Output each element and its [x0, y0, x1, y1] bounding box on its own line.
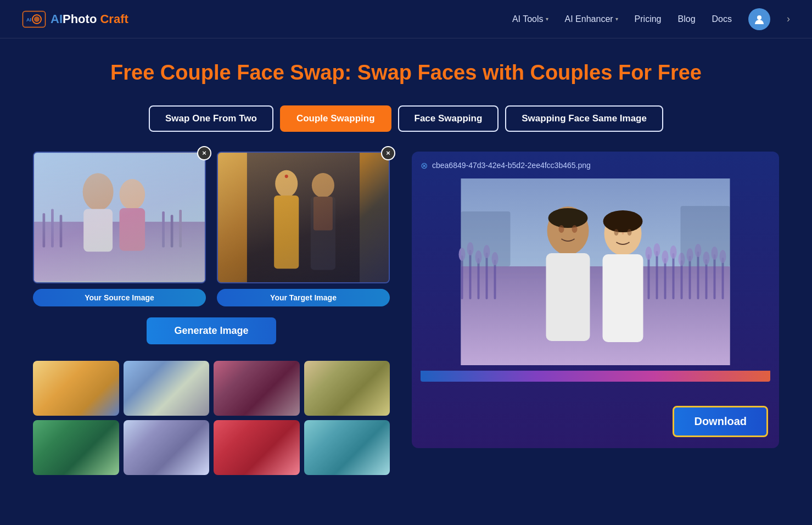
tabs-row: Swap One From Two Couple Swapping Face S… [33, 105, 779, 132]
svg-point-63 [603, 210, 643, 232]
target-image-box[interactable] [217, 152, 390, 283]
source-image-box[interactable] [33, 152, 206, 283]
svg-rect-23 [311, 197, 335, 270]
svg-rect-10 [60, 215, 63, 247]
main-nav: AI Tools ▾ AI Enhancer ▾ Pricing Blog Do… [512, 8, 790, 30]
svg-rect-32 [648, 254, 650, 299]
tab-couple-swapping[interactable]: Couple Swapping [280, 105, 391, 132]
svg-rect-12 [171, 215, 173, 247]
thumbnail-3[interactable] [214, 361, 300, 416]
thumbnail-4[interactable] [304, 361, 390, 416]
nav-ai-enhancer[interactable]: AI Enhancer ▾ [565, 14, 618, 24]
gradient-bar [421, 371, 770, 382]
svg-point-65 [628, 229, 632, 236]
svg-rect-69 [681, 206, 730, 266]
header: AI AIPhoto Craft AI Tools ▾ AI Enhancer … [0, 0, 812, 38]
svg-rect-33 [656, 251, 658, 299]
logo-text: AIPhoto Craft [51, 12, 128, 26]
source-image [34, 153, 205, 282]
thumbnail-1[interactable] [33, 361, 119, 416]
source-image-label: Your Source Image [33, 289, 206, 306]
ai-enhancer-chevron-icon: ▾ [615, 16, 618, 22]
generate-image-button[interactable]: Generate Image [147, 317, 276, 344]
thumbnails-grid [33, 361, 390, 475]
tab-face-swapping[interactable]: Face Swapping [398, 105, 499, 132]
svg-point-14 [83, 173, 114, 210]
nav-blog[interactable]: Blog [678, 14, 696, 24]
result-file-icon: ⊗ [421, 160, 428, 171]
svg-point-21 [285, 175, 288, 178]
svg-point-66 [622, 232, 624, 234]
svg-rect-61 [546, 253, 590, 341]
svg-rect-8 [43, 213, 46, 247]
ai-tools-chevron-icon: ▾ [546, 16, 548, 22]
target-image [218, 153, 389, 282]
svg-rect-15 [83, 209, 113, 252]
user-menu-chevron-icon[interactable]: › [787, 13, 790, 25]
thumbnail-6[interactable] [124, 420, 210, 475]
user-avatar[interactable] [748, 8, 770, 30]
logo-icon: AI [22, 7, 46, 31]
svg-rect-17 [120, 208, 145, 250]
svg-point-4 [34, 16, 40, 22]
left-panel: × [33, 152, 390, 475]
svg-point-60 [572, 225, 578, 233]
svg-rect-7 [34, 221, 205, 281]
thumbnail-7[interactable] [214, 420, 300, 475]
svg-point-59 [559, 225, 564, 233]
source-image-slot: × [33, 152, 206, 306]
thumbnail-2[interactable] [124, 361, 210, 416]
result-filename-text: cbea6849-47d3-42e4-b5d2-2ee4fcc3b465.png [432, 161, 591, 170]
svg-point-49 [662, 250, 669, 264]
target-image-close-button[interactable]: × [381, 146, 395, 160]
svg-rect-34 [664, 258, 667, 299]
tab-swapping-same-image[interactable]: Swapping Face Same Image [505, 105, 663, 132]
svg-rect-18 [247, 153, 360, 282]
thumbnail-8[interactable] [304, 420, 390, 475]
thumbnail-5[interactable] [33, 420, 119, 475]
svg-rect-20 [274, 196, 299, 269]
svg-rect-35 [673, 253, 675, 299]
main-content: Free Couple Face Swap: Swap Faces with C… [0, 38, 812, 497]
svg-point-22 [312, 173, 334, 198]
result-image-container [421, 178, 770, 365]
svg-rect-24 [313, 197, 333, 231]
svg-point-16 [120, 179, 145, 210]
svg-point-47 [646, 247, 652, 260]
svg-point-58 [548, 208, 588, 228]
user-icon [753, 13, 765, 25]
svg-point-48 [654, 243, 660, 256]
download-button[interactable]: Download [673, 406, 768, 437]
svg-point-19 [275, 170, 298, 197]
svg-rect-9 [51, 209, 54, 247]
result-panel: ⊗ cbea6849-47d3-42e4-b5d2-2ee4fcc3b465.p… [412, 152, 779, 448]
svg-point-64 [614, 229, 619, 236]
svg-rect-6 [34, 153, 205, 281]
tab-swap-one[interactable]: Swap One From Two [149, 105, 273, 132]
logo[interactable]: AI AIPhoto Craft [22, 7, 128, 31]
svg-point-50 [670, 245, 677, 259]
nav-pricing[interactable]: Pricing [635, 14, 662, 24]
nav-ai-tools[interactable]: AI Tools ▾ [512, 14, 548, 24]
svg-rect-68 [461, 211, 511, 266]
svg-point-5 [757, 15, 761, 20]
svg-rect-11 [162, 211, 165, 247]
svg-rect-13 [179, 210, 182, 247]
nav-docs[interactable]: Docs [712, 14, 732, 24]
page-title: Free Couple Face Swap: Swap Faces with C… [33, 60, 779, 86]
upload-row: × [33, 152, 390, 306]
target-image-slot: × [217, 152, 390, 306]
workspace: × [33, 152, 779, 475]
result-image [421, 178, 770, 365]
svg-text:AI: AI [26, 17, 31, 23]
target-image-label: Your Target Image [217, 289, 390, 306]
svg-rect-67 [603, 254, 643, 342]
result-filename: ⊗ cbea6849-47d3-42e4-b5d2-2ee4fcc3b465.p… [421, 160, 770, 171]
source-image-close-button[interactable]: × [197, 146, 211, 160]
